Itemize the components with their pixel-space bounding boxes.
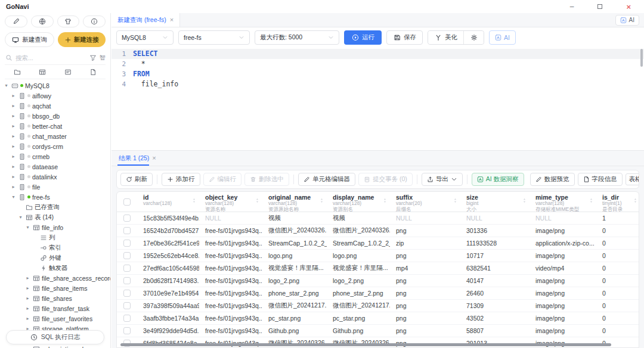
table-cell[interactable]: 0 [596, 227, 639, 234]
run-button[interactable]: 运行 [344, 30, 382, 45]
edit-row-button[interactable]: 编辑行 [203, 173, 242, 186]
table-row[interactable]: 397a398f509a44aa9...free-fs/01jrvgs943q.… [117, 300, 639, 312]
file-view-icon[interactable] [89, 68, 97, 76]
export-button[interactable]: 导出 [422, 173, 463, 186]
table-row[interactable]: 3e49f929dde94d5d...free-fs/01jrvgs943q..… [117, 325, 639, 337]
caret-right-icon[interactable]: ▸ [11, 144, 16, 149]
row-checkbox[interactable] [123, 265, 131, 272]
table-cell[interactable]: 微信图片_20241217... [327, 302, 390, 310]
tree-item-file_info[interactable]: ▾file_info [0, 222, 110, 232]
table-cell[interactable]: free-fs/01jrvgs943q... [199, 240, 262, 247]
connection-select[interactable]: MySQL8 [116, 30, 174, 45]
table-cell[interactable]: 10717 [460, 252, 530, 259]
caret-right-icon[interactable]: ▸ [11, 94, 16, 98]
table-cell[interactable]: image/png [530, 302, 596, 309]
table-row[interactable]: 15c83b5f534f49e4b...NULL视频视频NULLNULLNULL… [117, 212, 639, 225]
max-rows-select[interactable]: 最大行数: 5000 [255, 30, 339, 45]
row-checkbox[interactable] [123, 240, 131, 247]
column-header-suffix[interactable]: suffixvarchar(20)后缀名 [390, 192, 460, 212]
close-tab-icon[interactable]: × [170, 17, 174, 23]
row-checkbox[interactable] [123, 277, 131, 284]
table-cell[interactable]: image/png [530, 327, 596, 334]
table-cell[interactable]: pc_star.png [262, 315, 327, 322]
database-select[interactable]: free-fs [178, 30, 250, 45]
table-cell[interactable]: free-fs/01jrvgs943q... [199, 290, 262, 297]
list-view-icon[interactable] [64, 68, 72, 76]
sql-editor[interactable]: 1SELECT2 *3FROM4 file_info [112, 48, 644, 150]
new-connection-button[interactable]: 新建连接 [58, 32, 106, 47]
table-cell[interactable]: free-fs/01jrvgs943q... [199, 277, 262, 284]
minimize-button[interactable]: – [570, 3, 574, 10]
tree-item--[interactable]: 列 [0, 232, 110, 243]
column-header-id[interactable]: idvarchar(128) [137, 192, 199, 212]
tree-item-bbsgo_db[interactable]: ▸bbsgo_db [0, 111, 110, 121]
editor-settings-button[interactable] [464, 31, 484, 44]
column-header-object_key[interactable]: object_keyvarchar(128)资源名称 [199, 192, 262, 212]
table-cell[interactable]: 1952e5c62eb44ce8... [137, 252, 199, 259]
table-cell[interactable]: zip [390, 240, 460, 247]
caret-right-icon[interactable]: ▸ [25, 286, 30, 291]
table-cell[interactable]: 3aafb3fbbe174a34a... [137, 315, 199, 322]
table-cell[interactable]: 71309 [460, 302, 530, 309]
caret-down-icon[interactable]: ▾ [18, 215, 23, 220]
tree-item-dataease[interactable]: ▸dataease [0, 161, 110, 172]
table-cell[interactable]: NULL [199, 215, 262, 222]
table-row[interactable]: 16524b2d70bd4527...free-fs/01jrvgs943q..… [117, 225, 639, 237]
table-cell[interactable]: png [390, 315, 460, 322]
table-cell[interactable]: png [390, 252, 460, 259]
tree-item-subscription_plan[interactable]: ▸subscription_plan [0, 344, 110, 348]
caret-right-icon[interactable]: ▸ [25, 276, 30, 281]
table-cell[interactable]: NULL [390, 215, 460, 222]
table-cell[interactable]: free-fs/01jrvgs943q... [199, 252, 262, 259]
tree-item-file[interactable]: ▸file [0, 182, 110, 192]
table-hscrollbar[interactable] [120, 343, 611, 346]
cell-editor-button[interactable]: 单元格编辑器 [298, 173, 355, 186]
table-cell[interactable]: 0 [596, 290, 639, 297]
table-cell[interactable]: free-fs/01jrvgs943q... [199, 265, 262, 272]
tree-item--[interactable]: 外键 [0, 253, 110, 263]
caret-right-icon[interactable]: ▸ [11, 175, 16, 179]
table-cell[interactable]: NULL [530, 215, 596, 222]
save-button[interactable]: 保存 [386, 30, 423, 45]
table-cell[interactable]: 16524b2d70bd4527... [137, 227, 199, 234]
close-button[interactable]: × [626, 3, 631, 11]
caret-right-icon[interactable]: ▸ [25, 306, 30, 311]
tree-item--[interactable]: 索引 [0, 243, 110, 253]
add-row-button[interactable]: 添加行 [162, 173, 200, 186]
table-cell[interactable]: 0 [596, 315, 639, 322]
tree-item-file_shares[interactable]: ▸file_shares [0, 293, 110, 303]
caret-right-icon[interactable]: ▸ [11, 164, 16, 169]
tree-item-aiflowy[interactable]: ▸aiflowy [0, 91, 110, 101]
tree-item-chat_master[interactable]: ▸chat_master [0, 131, 110, 141]
tree-item-crmeb[interactable]: ▸crmeb [0, 151, 110, 161]
table-cell[interactable]: 0 [596, 240, 639, 247]
table-cell[interactable]: 111933528 [460, 240, 530, 247]
code-line[interactable]: 4 file_info [112, 79, 644, 89]
refresh-button[interactable]: 刷新 [120, 173, 153, 186]
tree-item-better-chat[interactable]: ▸better-chat [0, 121, 110, 131]
table-cell[interactable]: phone_star_2.png [262, 290, 327, 297]
table-cell[interactable]: image/png [530, 290, 596, 297]
table-cell[interactable]: 0 [596, 265, 639, 272]
table-cell[interactable]: 43502 [460, 315, 530, 322]
table-cell[interactable]: Github.png [327, 327, 390, 334]
new-query-button[interactable]: 新建查询 [5, 32, 54, 47]
folder-view-icon[interactable] [14, 68, 21, 76]
select-all-checkbox[interactable] [123, 198, 131, 206]
row-checkbox[interactable] [123, 315, 131, 322]
table-cell[interactable]: 0 [596, 277, 639, 284]
table-cell[interactable]: 3e49f929dde94d5d... [137, 327, 199, 334]
field-info-button[interactable]: 字段信息 [578, 173, 623, 186]
table-cell[interactable]: mp4 [390, 265, 460, 272]
caret-right-icon[interactable]: ▸ [11, 134, 16, 139]
tree-item-free-fs[interactable]: ▾free-fs [0, 192, 110, 202]
row-checkbox[interactable] [123, 327, 131, 334]
table-cell[interactable]: png [390, 302, 460, 309]
column-header-mime_type[interactable]: mime_typevarchar(128)存储标准MIME类型 [530, 192, 596, 212]
tree-item-datalinkx[interactable]: ▸datalinkx [0, 172, 110, 182]
table-cell[interactable]: free-fs/01jrvgs943q... [199, 302, 262, 309]
delete-selected-button[interactable]: 删除选中 [244, 173, 289, 186]
table-cell[interactable]: 微信图片_20241217... [262, 302, 327, 310]
pen-tool-button[interactable] [5, 15, 27, 27]
tree-item-file_transfer_task[interactable]: ▸file_transfer_task [0, 303, 110, 313]
